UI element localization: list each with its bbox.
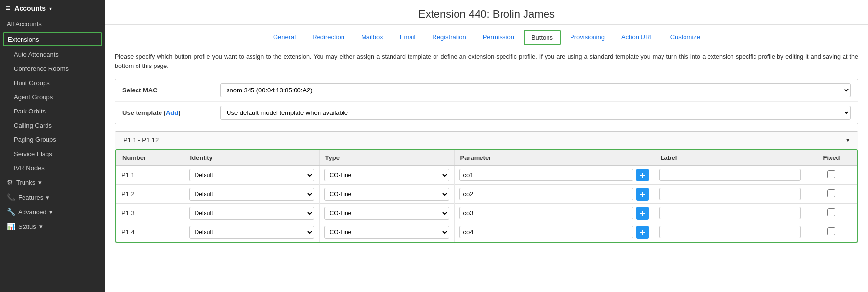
sidebar-item-calling-cards[interactable]: Calling Cards <box>0 118 105 133</box>
parameter-input-3[interactable] <box>459 226 634 238</box>
status-label: Status <box>18 223 36 230</box>
identity-select-0[interactable]: Default <box>189 169 314 181</box>
add-parameter-button-3[interactable]: + <box>636 226 649 239</box>
tab-general[interactable]: General <box>266 30 303 45</box>
use-template-label: Use template (Add) <box>122 109 220 116</box>
select-mac-dropdown[interactable]: snom 345 (00:04:13:85:00:A2) <box>220 83 851 97</box>
page-title: Extension 440: Brolin James <box>105 0 868 25</box>
sidebar-item-extensions[interactable]: Extensions <box>3 32 102 46</box>
cell-label-2[interactable] <box>654 203 806 223</box>
table-row: P1 1 Default CO-Line + <box>116 165 857 184</box>
tab-customize[interactable]: Customize <box>663 30 708 45</box>
select-mac-row: Select MAC snom 345 (00:04:13:85:00:A2) <box>115 79 858 102</box>
use-template-row: Use template (Add) Use default model tem… <box>115 102 858 124</box>
add-parameter-button-0[interactable]: + <box>636 169 649 181</box>
type-select-2[interactable]: CO-Line <box>324 207 449 220</box>
col-number: Number <box>116 150 184 166</box>
use-template-value: Use default model template when availabl… <box>220 106 851 120</box>
col-parameter: Parameter <box>454 150 654 166</box>
add-parameter-button-2[interactable]: + <box>636 207 649 220</box>
features-caret-icon: ▾ <box>46 194 49 201</box>
cell-type-3[interactable]: CO-Line <box>319 223 454 242</box>
sidebar-item-park-orbits[interactable]: Park Orbits <box>0 104 105 118</box>
cell-identity-0[interactable]: Default <box>184 165 319 184</box>
trunks-icon: ⚙ <box>7 179 13 186</box>
trunks-label: Trunks <box>16 179 35 186</box>
accounts-caret-icon: ▾ <box>49 6 52 11</box>
identity-select-3[interactable]: Default <box>189 226 314 239</box>
cell-type-1[interactable]: CO-Line <box>319 184 454 203</box>
sidebar-group-trunks[interactable]: ⚙ Trunks ▾ <box>0 175 105 190</box>
sidebar-item-service-flags[interactable]: Service Flags <box>0 147 105 161</box>
fixed-checkbox-3[interactable] <box>827 227 835 235</box>
select-mac-label: Select MAC <box>122 87 220 94</box>
cell-label-0[interactable] <box>654 165 806 184</box>
main-content: Extension 440: Brolin James General Redi… <box>105 0 868 292</box>
table-header-row: Number Identity Type Parameter Label Fix… <box>116 150 857 166</box>
content-area: Please specify which button profile you … <box>105 45 868 292</box>
cell-identity-2[interactable]: Default <box>184 203 319 223</box>
accounts-menu[interactable]: Accounts <box>14 4 46 12</box>
description-text: Please specify which button profile you … <box>115 52 858 71</box>
fixed-checkbox-0[interactable] <box>827 170 835 178</box>
type-select-3[interactable]: CO-Line <box>324 226 449 239</box>
type-select-1[interactable]: CO-Line <box>324 188 449 201</box>
parameter-input-2[interactable] <box>459 207 634 219</box>
sidebar-header[interactable]: ≡ Accounts ▾ <box>0 0 105 17</box>
tab-mailbox[interactable]: Mailbox <box>354 30 390 45</box>
status-caret-icon: ▾ <box>39 223 43 230</box>
sidebar-item-paging-groups[interactable]: Paging Groups <box>0 133 105 147</box>
tab-buttons[interactable]: Buttons <box>524 30 561 45</box>
fixed-checkbox-1[interactable] <box>827 189 835 197</box>
cell-fixed-0[interactable] <box>806 165 857 184</box>
tab-permission[interactable]: Permission <box>476 30 522 45</box>
label-input-1[interactable] <box>659 188 801 200</box>
cell-fixed-2[interactable] <box>806 203 857 223</box>
sidebar-item-auto-attendants[interactable]: Auto Attendants <box>0 47 105 62</box>
cell-fixed-3[interactable] <box>806 223 857 242</box>
fixed-checkbox-2[interactable] <box>827 208 835 216</box>
cell-type-0[interactable]: CO-Line <box>319 165 454 184</box>
parameter-input-1[interactable] <box>459 188 634 200</box>
sidebar: ≡ Accounts ▾ All Accounts Extensions Aut… <box>0 0 105 292</box>
tab-registration[interactable]: Registration <box>425 30 473 45</box>
sidebar-group-features[interactable]: 📞 Features ▾ <box>0 190 105 204</box>
cell-identity-3[interactable]: Default <box>184 223 319 242</box>
cell-parameter-1: + <box>454 184 654 203</box>
add-template-link[interactable]: Add <box>166 109 178 116</box>
cell-identity-1[interactable]: Default <box>184 184 319 203</box>
col-type: Type <box>319 150 454 166</box>
use-template-dropdown[interactable]: Use default model template when availabl… <box>220 106 851 120</box>
form-section: Select MAC snom 345 (00:04:13:85:00:A2) … <box>115 79 858 124</box>
sidebar-item-all-accounts[interactable]: All Accounts <box>0 17 105 31</box>
sidebar-item-agent-groups[interactable]: Agent Groups <box>0 90 105 104</box>
cell-label-1[interactable] <box>654 184 806 203</box>
cell-fixed-1[interactable] <box>806 184 857 203</box>
cell-label-3[interactable] <box>654 223 806 242</box>
sidebar-item-conference-rooms[interactable]: Conference Rooms <box>0 62 105 76</box>
tab-provisioning[interactable]: Provisioning <box>563 30 612 45</box>
identity-select-2[interactable]: Default <box>189 207 314 220</box>
p1-header[interactable]: P1 1 - P1 12 ▾ <box>115 132 858 149</box>
type-select-0[interactable]: CO-Line <box>324 169 449 181</box>
sidebar-item-hunt-groups[interactable]: Hunt Groups <box>0 76 105 90</box>
features-icon: 📞 <box>7 193 15 201</box>
table-row: P1 4 Default CO-Line + <box>116 223 857 242</box>
sidebar-item-ivr-nodes[interactable]: IVR Nodes <box>0 161 105 175</box>
label-input-3[interactable] <box>659 226 801 238</box>
features-label: Features <box>18 194 43 201</box>
tab-email[interactable]: Email <box>392 30 423 45</box>
sidebar-group-status[interactable]: 📊 Status ▾ <box>0 219 105 234</box>
col-fixed: Fixed <box>806 150 857 166</box>
parameter-input-0[interactable] <box>459 169 634 181</box>
label-input-2[interactable] <box>659 207 801 219</box>
add-parameter-button-1[interactable]: + <box>636 188 649 201</box>
advanced-icon: 🔧 <box>7 208 15 216</box>
tab-action-url[interactable]: Action URL <box>614 30 661 45</box>
label-input-0[interactable] <box>659 169 801 181</box>
cell-type-2[interactable]: CO-Line <box>319 203 454 223</box>
identity-select-1[interactable]: Default <box>189 188 314 201</box>
tab-redirection[interactable]: Redirection <box>305 30 352 45</box>
advanced-label: Advanced <box>18 208 46 216</box>
sidebar-group-advanced[interactable]: 🔧 Advanced ▾ <box>0 204 105 219</box>
